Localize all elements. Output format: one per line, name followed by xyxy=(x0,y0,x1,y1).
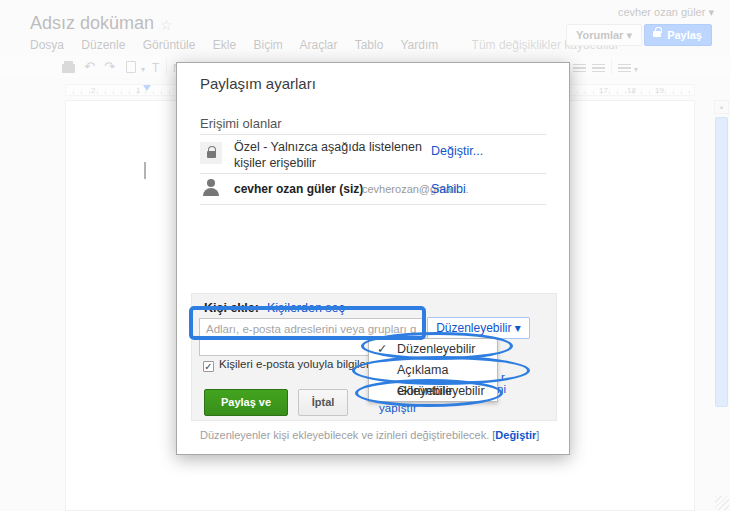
owner-role-link[interactable]: Sahibi xyxy=(431,182,466,196)
notify-label: Kişileri e-posta yoluyla bilgilendir - xyxy=(219,358,392,370)
share-and-save-button[interactable]: Paylaş ve kaydet xyxy=(204,389,288,416)
menu-item-duzenleyebilir[interactable]: ✓ Düzenleyebilir xyxy=(369,339,497,360)
change-visibility-link[interactable]: Değiştir... xyxy=(431,144,483,158)
add-people-label: Kişi ekle: xyxy=(204,301,259,315)
permission-menu: ✓ Düzenleyebilir Açıklama ekleyebilir Gö… xyxy=(368,338,498,402)
footer-change-link[interactable]: Değiştir xyxy=(495,429,536,441)
permission-dropdown-button[interactable]: Düzenleyebilir ▾ xyxy=(427,317,530,339)
occluded-text-fragment: r xyxy=(501,371,505,383)
occluded-text-fragment: ni xyxy=(497,383,506,395)
person-icon xyxy=(201,178,221,198)
owner-name: cevher ozan güler (siz) xyxy=(234,182,363,196)
lock-icon xyxy=(200,142,222,164)
sharing-settings-dialog: Paylaşım ayarları Erişimi olanlar Özel -… xyxy=(176,62,570,455)
dialog-title: Paylaşım ayarları xyxy=(200,75,316,92)
menu-item-goruntuleyebilir[interactable]: Görüntüleyebilir xyxy=(369,381,497,402)
invitee-input[interactable] xyxy=(206,321,416,337)
choose-from-contacts-link[interactable]: Kişilerden seç xyxy=(267,301,345,315)
google-docs-app: Adsız doküman ☆ Dosya Düzenle Görüntüle … xyxy=(0,0,730,511)
chevron-down-icon: ▾ xyxy=(515,321,521,335)
occluded-text-fragment: yapıştır xyxy=(379,402,417,414)
menu-item-aciklama-ekleyebilir[interactable]: Açıklama ekleyebilir xyxy=(369,360,497,381)
notify-checkbox[interactable]: ✓ xyxy=(203,361,214,372)
visibility-description: Özel - Yalnızca aşağıda listelenen kişil… xyxy=(234,139,434,171)
access-section-header: Erişimi olanlar xyxy=(200,116,282,131)
cancel-button[interactable]: İptal xyxy=(298,389,348,416)
dialog-footer: Düzenleyenler kişi ekleyebilecek ve izin… xyxy=(200,429,539,441)
check-icon: ✓ xyxy=(377,339,387,360)
